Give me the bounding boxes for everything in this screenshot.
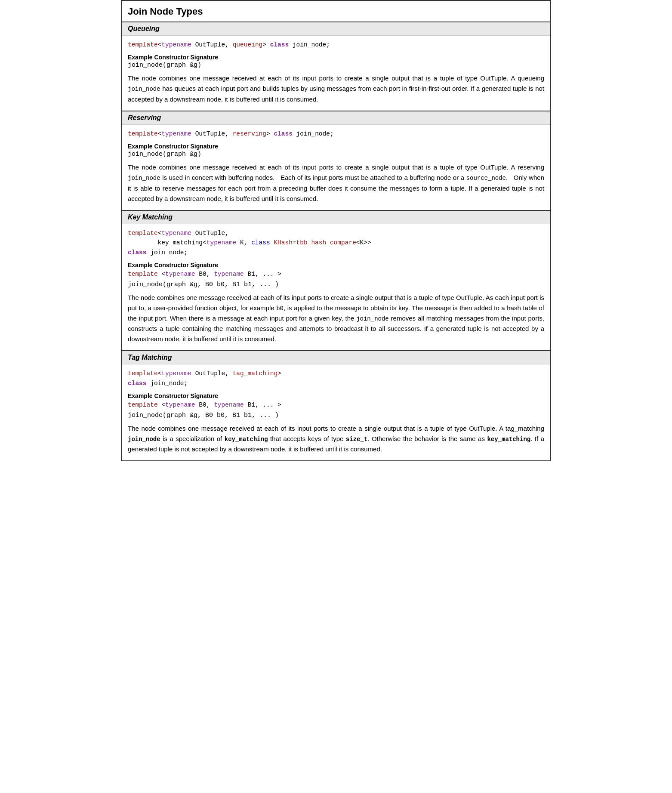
constructor-label-key-matching: Example Constructor Signature xyxy=(128,262,544,268)
section-header-queueing: Queueing xyxy=(122,22,550,36)
description-tag-matching: The node combines one message received a… xyxy=(128,423,544,454)
code-key-matching: template<typename OutTuple, key_matching… xyxy=(128,228,544,257)
section-key-matching: Key Matching template<typename OutTuple,… xyxy=(122,211,550,352)
code-queueing: template<typename OutTuple, queueing> cl… xyxy=(128,40,544,49)
constructor-label-tag-matching: Example Constructor Signature xyxy=(128,392,544,399)
section-body-tag-matching: template<typename OutTuple, tag_matching… xyxy=(122,364,550,460)
section-reserving: Reserving template<typename OutTuple, re… xyxy=(122,111,550,211)
section-queueing: Queueing template<typename OutTuple, que… xyxy=(122,22,550,111)
constructor-sig-reserving: join_node(graph &g) xyxy=(128,151,544,158)
constructor-sig-key-matching: join_node(graph &g, B0 b0, B1 b1, ... ) xyxy=(128,281,544,288)
constructor-label-queueing: Example Constructor Signature xyxy=(128,54,544,61)
section-title-key-matching: Key Matching xyxy=(128,213,173,221)
constructor-label-reserving: Example Constructor Signature xyxy=(128,143,544,150)
section-header-tag-matching: Tag Matching xyxy=(122,351,550,364)
page-title: Join Node Types xyxy=(122,1,550,22)
description-key-matching: The node combines one message received a… xyxy=(128,293,544,345)
section-title-reserving: Reserving xyxy=(128,114,161,121)
constructor-template-key-matching: template <typename B0, typename B1, ... … xyxy=(128,269,544,279)
section-header-reserving: Reserving xyxy=(122,111,550,125)
section-title-tag-matching: Tag Matching xyxy=(128,354,172,361)
constructor-sig-tag-matching: join_node(graph &g, B0 b0, B1 b1, ... ) xyxy=(128,412,544,419)
section-tag-matching: Tag Matching template<typename OutTuple,… xyxy=(122,351,550,460)
section-body-key-matching: template<typename OutTuple, key_matching… xyxy=(122,224,550,351)
code-reserving: template<typename OutTuple, reserving> c… xyxy=(128,129,544,139)
description-queueing: The node combines one message received a… xyxy=(128,73,544,104)
page-title-text: Join Node Types xyxy=(128,6,203,17)
description-reserving: The node combines one message received a… xyxy=(128,162,544,204)
section-body-reserving: template<typename OutTuple, reserving> c… xyxy=(122,125,550,210)
section-body-queueing: template<typename OutTuple, queueing> cl… xyxy=(122,36,550,111)
section-header-key-matching: Key Matching xyxy=(122,211,550,224)
code-template-kw: template xyxy=(128,41,158,48)
section-title-queueing: Queueing xyxy=(128,25,160,32)
constructor-sig-queueing: join_node(graph &g) xyxy=(128,62,544,69)
constructor-template-tag-matching: template <typename B0, typename B1, ... … xyxy=(128,400,544,410)
page-container: Join Node Types Queueing template<typena… xyxy=(121,0,551,461)
code-tag-matching: template<typename OutTuple, tag_matching… xyxy=(128,369,544,388)
